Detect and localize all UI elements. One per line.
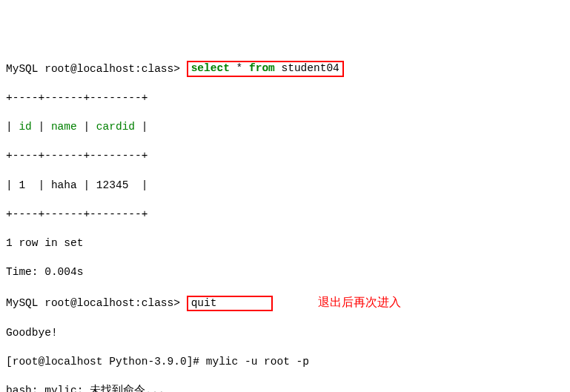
table-header: | id | name | cardid |: [6, 120, 564, 135]
annotation-exit: 退出后再次进入: [318, 294, 401, 310]
sql-from: from: [249, 62, 275, 74]
table-row: | 1 | haha | 12345 |: [6, 179, 564, 193]
row-count: 1 row in set: [6, 236, 564, 251]
line-mylic: [root@localhost Python-3.9.0]# mylic -u …: [6, 355, 564, 370]
table-border-top: +----+------+--------+: [6, 91, 564, 106]
table-border-mid: +----+------+--------+: [6, 149, 564, 164]
highlight-box-quit: quit: [187, 296, 273, 311]
sql-select: select: [191, 62, 230, 74]
prompt: MySQL root@localhost:class>: [6, 63, 180, 75]
bash-error: bash: mylic: 未找到命令...: [6, 384, 564, 392]
table-border-bot: +----+------+--------+: [6, 207, 564, 222]
goodbye: Goodbye!: [6, 326, 564, 341]
highlight-box-select1: select * from student04: [187, 61, 344, 76]
line-quit: MySQL root@localhost:class> quit 退出后再次进入: [6, 294, 564, 311]
time1: Time: 0.004s: [6, 265, 564, 280]
prompt: MySQL root@localhost:class>: [6, 297, 180, 309]
line-sql1: MySQL root@localhost:class> select * fro…: [6, 61, 564, 76]
shell-prompt: [root@localhost Python-3.9.0]#: [6, 356, 199, 368]
